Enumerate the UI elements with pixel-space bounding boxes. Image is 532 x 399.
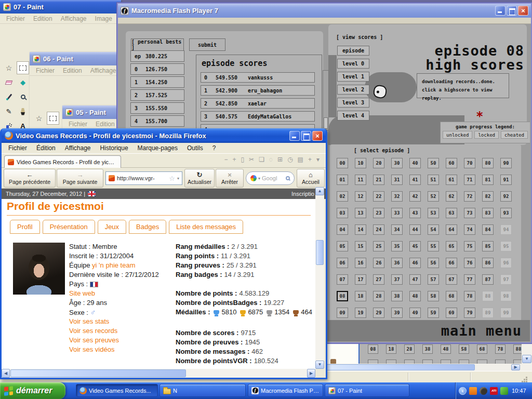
firefox-menu-item[interactable]: Affichage xyxy=(60,144,96,152)
maximize-button[interactable] xyxy=(507,6,517,16)
episode-button-96[interactable]: 96 xyxy=(500,258,512,268)
episode-button-36[interactable]: 36 xyxy=(391,258,403,268)
episode-button-00[interactable]: 00 xyxy=(337,158,348,168)
profile-link[interactable]: yi 'n phie team xyxy=(92,261,135,269)
close-button[interactable]: × xyxy=(518,6,528,16)
episode-button-56[interactable]: 56 xyxy=(428,258,439,268)
resize-grip[interactable] xyxy=(526,377,527,378)
free-select-tool-icon[interactable]: ☆ xyxy=(3,61,15,74)
episode-button-25[interactable]: 25 xyxy=(373,241,384,251)
episode-button-30[interactable]: 30 xyxy=(391,158,403,168)
taskbar-clock[interactable]: 10:47 xyxy=(512,388,526,394)
highscore-row[interactable]: 0 549.550 vankusss xyxy=(201,72,315,83)
episode-button-18[interactable]: 18 xyxy=(355,291,366,301)
episode-button[interactable]: 38 xyxy=(422,344,433,354)
episode-button-39[interactable]: 39 xyxy=(391,308,403,318)
window-firefox[interactable]: Video Games Records - Profil de yicestmo… xyxy=(0,128,327,379)
eyedropper-tool-icon[interactable] xyxy=(3,90,15,103)
episode-button-73[interactable]: 73 xyxy=(464,208,475,218)
episode-button-29[interactable]: 29 xyxy=(373,308,384,318)
episode-button-33[interactable]: 33 xyxy=(391,208,403,218)
overflow-caret-icon[interactable]: ▾ xyxy=(316,156,320,163)
history-icon[interactable]: ◷ xyxy=(287,156,292,163)
close-button[interactable]: × xyxy=(312,131,323,141)
view-scores-button[interactable]: level 4 xyxy=(337,111,369,121)
episode-button-26[interactable]: 26 xyxy=(373,258,384,268)
paint-menu-item[interactable]: Fichier xyxy=(32,67,59,74)
search-engine-dropdown-icon[interactable]: ▾ xyxy=(258,176,260,181)
back-button[interactable]: ← Page précédente xyxy=(4,169,56,188)
new-window-icon[interactable]: ⊞ xyxy=(277,156,283,163)
episode-button-98[interactable]: 98 xyxy=(500,291,512,301)
episode-button-49[interactable]: 49 xyxy=(409,308,421,318)
firefox-menu-item[interactable]: Fichier xyxy=(4,144,32,152)
episode-button-57[interactable]: 57 xyxy=(428,274,439,285)
episode-button-59[interactable]: 59 xyxy=(428,308,439,318)
home-button[interactable]: ⌂ Accueil xyxy=(297,169,325,188)
profile-tab[interactable]: Présentation xyxy=(43,220,95,234)
episode-button-53[interactable]: 53 xyxy=(428,208,439,218)
episode-button-41[interactable]: 41 xyxy=(409,175,421,185)
firefox-menu-item[interactable]: ? xyxy=(208,144,221,152)
paint-menu-item[interactable]: Fichier xyxy=(2,15,29,22)
episode-button-47[interactable]: 47 xyxy=(409,274,421,285)
profile-link[interactable]: Site web xyxy=(69,289,95,297)
episode-button-76[interactable]: 76 xyxy=(464,258,475,268)
view-scores-button[interactable]: level 3 xyxy=(337,98,369,108)
episode-button-03[interactable]: 03 xyxy=(337,208,348,218)
start-button[interactable]: démarrer xyxy=(0,382,65,399)
scroll-down-arrow-icon[interactable]: ▼ xyxy=(315,361,324,369)
taskbar-button-folder[interactable]: N xyxy=(159,384,246,397)
address-bar[interactable]: http://www.vgr- ☆ ▾ xyxy=(105,171,182,185)
profile-tab[interactable]: Liste des messages xyxy=(169,220,243,234)
episode-button-62[interactable]: 62 xyxy=(446,191,457,202)
episode-button-52[interactable]: 52 xyxy=(428,191,439,202)
episode-button-89[interactable]: 89 xyxy=(482,308,494,318)
episode-button-42[interactable]: 42 xyxy=(409,191,421,202)
episode-button-87[interactable]: 87 xyxy=(482,274,494,285)
magnifier-tool-icon[interactable] xyxy=(17,90,29,103)
cut-icon[interactable]: ✂ xyxy=(249,156,254,163)
scroll-down-arrow-icon[interactable]: ▼ xyxy=(522,355,531,363)
firefox-menu-item[interactable]: Marque-pages xyxy=(133,144,182,152)
episode-button-95[interactable]: 95 xyxy=(500,241,512,251)
episode-button-14[interactable]: 14 xyxy=(355,224,366,235)
taskbar-button-flash[interactable]: Macromedia Flash Pla... xyxy=(248,384,323,397)
episode-button-02[interactable]: 02 xyxy=(337,191,348,202)
episode-button-50[interactable]: 50 xyxy=(428,158,439,168)
stop-button[interactable]: × Arrêter xyxy=(216,169,244,188)
episode-button-83[interactable]: 83 xyxy=(482,208,494,218)
highscore-row[interactable]: 1 542.900 eru_bahagon xyxy=(201,85,315,96)
view-scores-button[interactable]: level 0 xyxy=(337,59,369,69)
episode-button-31[interactable]: 31 xyxy=(391,175,403,185)
pointer-utility-icon[interactable] xyxy=(480,387,487,395)
highscore-row[interactable]: 2 542.850 xaelar xyxy=(201,98,315,109)
scroll-left-arrow-icon[interactable]: ◀ xyxy=(2,369,10,378)
episode-button[interactable]: 68 xyxy=(477,344,487,354)
java-icon[interactable] xyxy=(469,387,477,395)
paint-07-titlebar[interactable]: 07 - Paint xyxy=(0,0,121,14)
episode-button-28[interactable]: 28 xyxy=(373,291,384,301)
paint-menu-item[interactable]: Edition xyxy=(91,121,119,128)
episode-button-21[interactable]: 21 xyxy=(373,175,384,185)
episode-button-84[interactable]: 84 xyxy=(482,224,494,235)
delete-icon[interactable]: ▯ xyxy=(241,156,244,163)
episode-button-78[interactable]: 78 xyxy=(464,291,475,301)
episode-button-24[interactable]: 24 xyxy=(373,224,384,235)
episode-button-34[interactable]: 34 xyxy=(391,224,403,235)
hide-notifications-chevron-icon[interactable]: ‹ xyxy=(459,387,467,395)
episode-button-82[interactable]: 82 xyxy=(482,191,494,202)
episode-button-08[interactable]: 08 xyxy=(337,291,348,301)
ati-icon[interactable]: ATI xyxy=(490,387,498,395)
submit-button[interactable]: submit xyxy=(189,38,225,51)
main-menu-button[interactable]: main menu xyxy=(441,323,522,339)
scroll-right-arrow-icon[interactable]: ▶ xyxy=(307,369,315,378)
eraser-tool-icon[interactable] xyxy=(3,76,15,89)
vertical-scrollbar[interactable]: ▲ ▼ xyxy=(315,187,324,369)
paint-menu-item[interactable]: Image xyxy=(91,15,116,22)
episode-button-74[interactable]: 74 xyxy=(464,224,475,235)
episode-button-37[interactable]: 37 xyxy=(391,274,403,285)
episode-button-04[interactable]: 04 xyxy=(337,224,348,235)
episode-button-20[interactable]: 20 xyxy=(373,158,384,168)
episode-button-61[interactable]: 61 xyxy=(446,175,457,185)
